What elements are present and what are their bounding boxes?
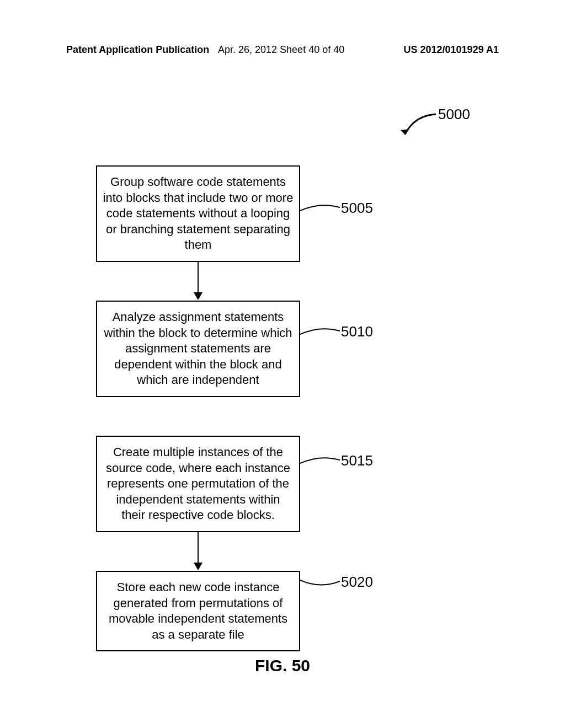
ref-num-4: 5020 — [341, 574, 373, 591]
header-date-sheet: Apr. 26, 2012 Sheet 40 of 40 — [218, 44, 344, 56]
ref-num-2: 5010 — [341, 323, 373, 340]
leader-line-2-icon — [300, 326, 340, 338]
leader-line-1-icon — [300, 203, 340, 214]
flowchart-step-2: Analyze assignment statements within the… — [96, 301, 300, 397]
leader-line-4-icon — [300, 577, 340, 589]
ref-num-1: 5005 — [341, 200, 373, 217]
flowchart-step-4: Store each new code instance generated f… — [96, 571, 300, 651]
header-publication: Patent Application Publication — [66, 44, 209, 56]
flowchart: Group software code statements into bloc… — [96, 165, 300, 651]
leader-line-3-icon — [300, 456, 340, 467]
svg-marker-0 — [401, 129, 409, 135]
header-pub-number: US 2012/0101929 A1 — [404, 44, 499, 56]
figure-caption: FIG. 50 — [0, 656, 565, 675]
flow-arrow-2 — [96, 532, 300, 571]
flowchart-step-3: Create multiple instances of the source … — [96, 436, 300, 532]
page: Patent Application Publication Apr. 26, … — [0, 0, 565, 728]
figure-ref-label: 5000 — [438, 106, 470, 123]
flow-arrow-1 — [96, 262, 300, 301]
flow-gap — [96, 397, 300, 436]
ref-num-3: 5015 — [341, 452, 373, 469]
flowchart-step-1: Group software code statements into bloc… — [96, 165, 300, 262]
reference-leader-swoosh-icon — [397, 110, 436, 138]
